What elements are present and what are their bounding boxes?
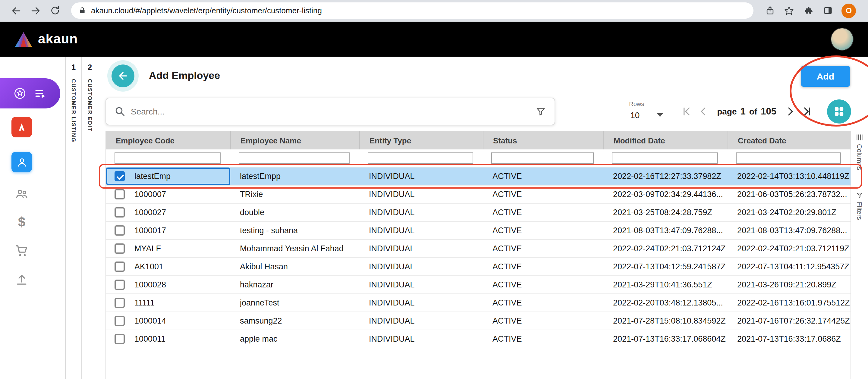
column-filter-input[interactable] bbox=[239, 153, 350, 164]
page-title: Add Employee bbox=[149, 70, 220, 82]
next-page-button[interactable] bbox=[782, 104, 798, 119]
column-filter-input[interactable] bbox=[115, 153, 221, 164]
modified-date: 2021-07-13T16:33:17.068604Z bbox=[603, 335, 727, 343]
row-checkbox[interactable] bbox=[115, 225, 125, 235]
table-row[interactable]: 1000027 double INDIVIDUAL ACTIVE 2021-03… bbox=[106, 204, 850, 222]
status: ACTIVE bbox=[483, 226, 603, 235]
page-word: page bbox=[717, 107, 737, 116]
row-checkbox[interactable] bbox=[115, 189, 125, 199]
search-input[interactable] bbox=[131, 107, 530, 116]
session-tab-strip: 1 CUSTOMER LISTING 2 CUSTOMER EDIT bbox=[65, 57, 98, 379]
table-row[interactable]: AK1001 Akibul Hasan INDIVIDUAL ACTIVE 20… bbox=[106, 258, 850, 276]
table-row[interactable]: latestEmp latestEmpp INDIVIDUAL ACTIVE 2… bbox=[106, 167, 850, 186]
column-header[interactable]: Created Date bbox=[727, 131, 850, 150]
column-filter-input[interactable] bbox=[491, 153, 594, 164]
column-header[interactable]: Status bbox=[483, 131, 603, 150]
entity-type: INDIVIDUAL bbox=[359, 262, 483, 271]
row-checkbox[interactable] bbox=[115, 298, 125, 308]
status: ACTIVE bbox=[483, 172, 603, 181]
table-row[interactable]: 1000007 TRixie INDIVIDUAL ACTIVE 2022-03… bbox=[106, 186, 850, 204]
employee-name: Akibul Hasan bbox=[230, 262, 359, 271]
table-header-row: Employee CodeEmployee NameEntity TypeSta… bbox=[106, 131, 850, 150]
employee-code: 1000017 bbox=[134, 226, 166, 235]
workspace: $ 1 CUSTOMER LISTING 2 CUSTOMER EDIT bbox=[0, 57, 868, 379]
search-filter-icon[interactable] bbox=[535, 106, 546, 117]
extensions-puzzle-icon[interactable] bbox=[801, 3, 816, 19]
column-header[interactable]: Employee Code bbox=[106, 131, 230, 150]
row-checkbox[interactable] bbox=[115, 280, 125, 290]
created-date: 2021-07-13T16:33:17.0686Z bbox=[727, 335, 850, 343]
row-checkbox[interactable] bbox=[115, 244, 125, 254]
sidebar-item-people-icon[interactable] bbox=[14, 187, 29, 201]
tab-customer-listing[interactable]: 1 CUSTOMER LISTING bbox=[65, 57, 82, 379]
toolbar: Rows 10 page 1 of bbox=[105, 96, 868, 127]
add-button[interactable]: Add bbox=[801, 65, 850, 87]
akaun-logo[interactable]: akaun bbox=[14, 31, 78, 47]
last-page-button[interactable] bbox=[799, 104, 815, 119]
employee-code: latestEmp bbox=[134, 172, 170, 181]
column-header[interactable]: Employee Name bbox=[230, 131, 359, 150]
row-checkbox[interactable] bbox=[115, 207, 125, 218]
table-row[interactable]: 11111 joanneTest INDIVIDUAL ACTIVE 2022-… bbox=[106, 294, 850, 312]
url-text: akaun.cloud/#/applets/wavelet/erp/entity… bbox=[91, 6, 322, 15]
entity-type: INDIVIDUAL bbox=[359, 190, 483, 199]
status: ACTIVE bbox=[483, 262, 603, 271]
browser-profile-avatar[interactable]: O bbox=[841, 3, 856, 18]
sidebar-item-employee[interactable] bbox=[11, 152, 32, 172]
row-checkbox[interactable] bbox=[115, 334, 125, 344]
page-indicator: page 1 of 105 bbox=[717, 106, 776, 117]
browser-toolbar: akaun.cloud/#/applets/wavelet/erp/entity… bbox=[0, 0, 868, 22]
sidebar-item-red-applet[interactable] bbox=[11, 117, 32, 137]
created-date: 2021-06-03T05:26:23.78732... bbox=[727, 190, 850, 199]
entity-type: INDIVIDUAL bbox=[359, 316, 483, 325]
akaun-logo-icon bbox=[14, 31, 33, 47]
status: ACTIVE bbox=[483, 190, 603, 199]
active-applet-pill[interactable] bbox=[0, 78, 60, 108]
row-checkbox[interactable] bbox=[115, 261, 125, 272]
modified-date: 2022-07-13T04:12:59.241587Z bbox=[603, 262, 727, 271]
tab-label: CUSTOMER EDIT bbox=[87, 79, 93, 132]
employee-code: 1000011 bbox=[134, 335, 165, 343]
column-header[interactable]: Modified Date bbox=[603, 131, 727, 150]
search-bar[interactable] bbox=[105, 98, 555, 125]
prev-page-button[interactable] bbox=[695, 104, 711, 119]
column-filter-input[interactable] bbox=[612, 153, 718, 164]
browser-back-icon[interactable] bbox=[8, 3, 24, 19]
rows-per-page-select[interactable]: Rows 10 bbox=[629, 101, 664, 122]
modified-date: 2022-02-16T12:27:33.37982Z bbox=[603, 172, 727, 181]
side-panel-icon[interactable] bbox=[820, 3, 835, 19]
entity-type: INDIVIDUAL bbox=[359, 280, 483, 289]
created-date: 2021-03-24T02:20:29.801Z bbox=[727, 208, 850, 217]
share-icon[interactable] bbox=[762, 3, 778, 19]
user-avatar[interactable] bbox=[831, 28, 854, 51]
row-checkbox[interactable] bbox=[115, 171, 125, 181]
row-checkbox[interactable] bbox=[115, 316, 125, 326]
filter-row bbox=[106, 150, 850, 167]
employee-code-cell: 1000014 bbox=[106, 312, 230, 329]
columns-toggle[interactable]: Columns bbox=[856, 134, 863, 170]
column-filter-input[interactable] bbox=[736, 153, 841, 164]
tab-customer-edit[interactable]: 2 CUSTOMER EDIT bbox=[82, 57, 98, 379]
browser-forward-icon[interactable] bbox=[28, 3, 43, 19]
table-row[interactable]: 1000014 samsung22 INDIVIDUAL ACTIVE 2021… bbox=[106, 312, 850, 330]
browser-reload-icon[interactable] bbox=[47, 3, 63, 19]
sidebar-item-cart-icon[interactable] bbox=[14, 244, 29, 258]
chevron-down-icon bbox=[657, 113, 663, 117]
table-row[interactable]: 1000017 testing - suhana INDIVIDUAL ACTI… bbox=[106, 222, 850, 240]
table-row[interactable]: 1000028 haknazar INDIVIDUAL ACTIVE 2021-… bbox=[106, 276, 850, 294]
sidebar-item-finance-icon[interactable]: $ bbox=[18, 216, 26, 229]
table-row[interactable]: 1000011 apple mac INDIVIDUAL ACTIVE 2021… bbox=[106, 330, 850, 348]
table-row[interactable]: MYALF Mohammad Yeasin Al Fahad INDIVIDUA… bbox=[106, 240, 850, 258]
column-header[interactable]: Entity Type bbox=[359, 131, 483, 150]
sidebar-icons: $ bbox=[0, 117, 43, 287]
employee-code: 1000007 bbox=[134, 190, 166, 199]
address-bar[interactable]: akaun.cloud/#/applets/wavelet/erp/entity… bbox=[71, 2, 753, 19]
column-filter-input[interactable] bbox=[368, 153, 473, 164]
grid-view-button[interactable] bbox=[827, 99, 851, 124]
bookmark-star-icon[interactable] bbox=[781, 3, 797, 19]
filters-toggle[interactable]: Filters bbox=[856, 192, 863, 220]
back-button[interactable] bbox=[112, 64, 134, 87]
sidebar-item-upload-icon[interactable] bbox=[14, 272, 29, 287]
search-icon bbox=[115, 106, 125, 117]
first-page-button[interactable] bbox=[678, 104, 694, 119]
